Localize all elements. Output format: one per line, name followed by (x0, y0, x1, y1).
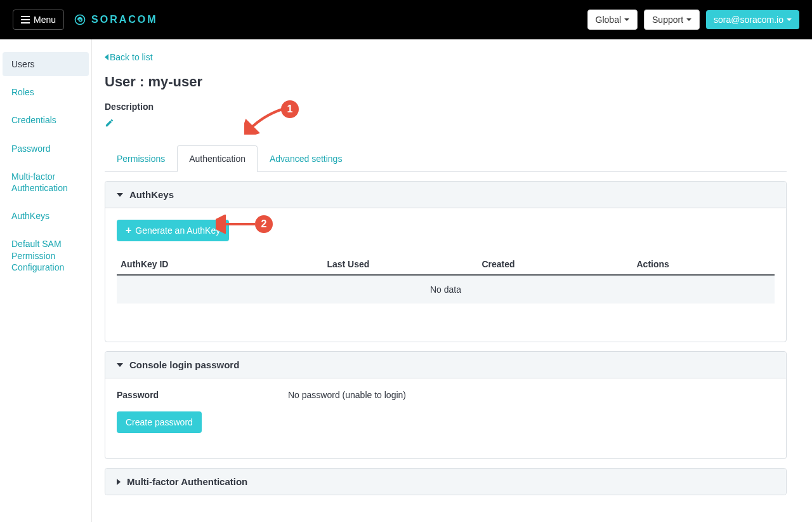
sidebar-item-roles[interactable]: Roles (0, 80, 91, 104)
password-row: Password No password (unable to login) (117, 390, 775, 400)
chevron-down-icon (624, 18, 629, 21)
password-label: Password (117, 390, 288, 400)
button-label: Generate an AuthKey (135, 225, 220, 236)
account-dropdown[interactable]: sora@soracom.io (706, 10, 799, 29)
panel-body-console-password: Password No password (unable to login) C… (105, 378, 786, 458)
tab-label: Advanced settings (270, 154, 342, 164)
sidebar-item-users[interactable]: Users (3, 52, 89, 76)
col-actions: Actions (636, 259, 771, 269)
sidebar-item-label: Credentials (11, 115, 56, 125)
coverage-label: Global (596, 15, 621, 25)
sidebar-item-mfa[interactable]: Multi-factor Authentication (0, 164, 91, 200)
tabs: Permissions Authentication Advanced sett… (105, 145, 787, 172)
panel-header-authkeys[interactable]: AuthKeys (105, 182, 786, 208)
layout: Users Roles Credentials Password Multi-f… (0, 39, 812, 522)
topbar-left: Menu SORACOM (13, 10, 158, 30)
brand-logo[interactable]: SORACOM (74, 13, 158, 26)
chevron-down-icon (787, 18, 792, 21)
panel-title: Console login password (129, 359, 239, 370)
soracom-swirl-icon (74, 13, 86, 26)
generate-authkey-button[interactable]: + Generate an AuthKey (117, 220, 229, 241)
tab-advanced-settings[interactable]: Advanced settings (258, 145, 354, 172)
sidebar-item-password[interactable]: Password (0, 137, 91, 161)
support-dropdown[interactable]: Support (644, 10, 700, 30)
chevron-down-icon (686, 18, 691, 21)
table-empty-state: No data (117, 276, 775, 304)
table-header: AuthKey ID Last Used Created Actions (117, 254, 775, 276)
main-content: Back to list User : my-user Description … (92, 39, 799, 522)
panel-header-mfa[interactable]: Multi-factor Authentication (105, 469, 786, 495)
brand-text: SORACOM (91, 14, 158, 25)
page-title: User : my-user (105, 74, 787, 90)
sidebar-item-authkeys[interactable]: AuthKeys (0, 204, 91, 228)
svg-point-0 (75, 15, 85, 25)
chevron-left-icon (105, 54, 108, 60)
menu-button[interactable]: Menu (13, 10, 64, 30)
support-label: Support (652, 15, 683, 25)
tab-label: Authentication (189, 154, 246, 164)
edit-description-button[interactable] (105, 118, 114, 130)
sidebar-item-label: AuthKeys (11, 211, 49, 221)
coverage-dropdown[interactable]: Global (587, 10, 638, 30)
topbar: Menu SORACOM Global Support sora@soracom… (0, 0, 812, 39)
chevron-down-icon (117, 193, 123, 197)
pencil-icon (105, 118, 114, 128)
panel-title: AuthKeys (129, 189, 174, 200)
sidebar-item-label: Password (11, 143, 50, 154)
tab-label: Permissions (117, 154, 165, 164)
hamburger-icon (21, 16, 30, 23)
sidebar-item-label: Default SAM Permission Configuration (11, 239, 64, 272)
plus-icon: + (126, 225, 131, 236)
button-label: Create password (126, 417, 193, 427)
sidebar-item-credentials[interactable]: Credentials (0, 108, 91, 132)
panel-body-authkeys: + Generate an AuthKey AuthKey ID Last Us… (105, 208, 786, 342)
chevron-down-icon (117, 363, 123, 367)
topbar-right: Global Support sora@soracom.io (587, 10, 799, 30)
description-label: Description (105, 102, 787, 112)
col-authkey-id: AuthKey ID (121, 259, 327, 269)
panel-authkeys: AuthKeys + Generate an AuthKey AuthKey I… (105, 181, 787, 342)
chevron-right-icon (117, 479, 121, 485)
authkeys-table: AuthKey ID Last Used Created Actions No … (117, 254, 775, 304)
tab-permissions[interactable]: Permissions (105, 145, 177, 172)
sidebar-item-label: Roles (11, 87, 34, 97)
tab-authentication[interactable]: Authentication (177, 145, 258, 172)
panel-header-console-password[interactable]: Console login password (105, 352, 786, 378)
back-to-list-link[interactable]: Back to list (105, 52, 153, 62)
panel-mfa: Multi-factor Authentication (105, 468, 787, 495)
sidebar: Users Roles Credentials Password Multi-f… (0, 39, 92, 522)
sidebar-item-default-sam[interactable]: Default SAM Permission Configuration (0, 232, 91, 279)
password-value: No password (unable to login) (288, 390, 406, 400)
account-label: sora@soracom.io (714, 15, 783, 25)
create-password-button[interactable]: Create password (117, 411, 202, 433)
back-label: Back to list (110, 52, 153, 62)
menu-label: Menu (34, 15, 56, 25)
col-created: Created (481, 259, 636, 269)
col-last-used: Last Used (327, 259, 481, 269)
panel-console-password: Console login password Password No passw… (105, 351, 787, 459)
panel-title: Multi-factor Authentication (127, 476, 247, 487)
sidebar-item-label: Users (11, 59, 35, 69)
sidebar-item-label: Multi-factor Authentication (11, 171, 68, 193)
